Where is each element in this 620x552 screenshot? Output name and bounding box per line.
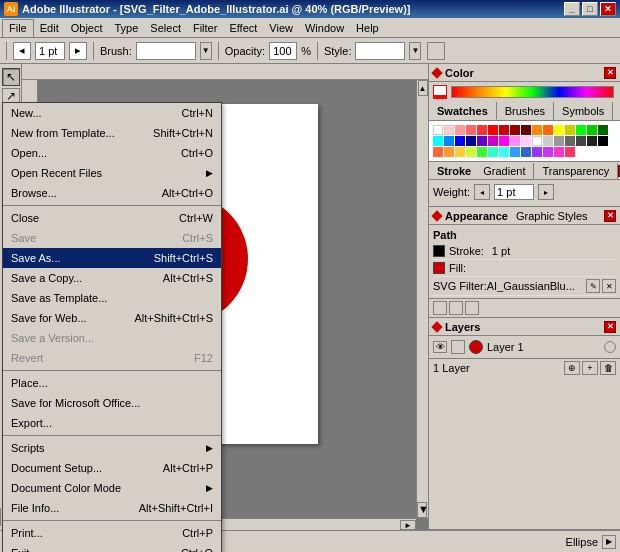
minimize-button[interactable]: _ bbox=[564, 2, 580, 16]
scroll-down-btn[interactable]: ▼ bbox=[417, 502, 427, 518]
brush-select[interactable] bbox=[136, 42, 196, 60]
swatch[interactable] bbox=[466, 125, 476, 135]
menu-item-edit[interactable]: Edit bbox=[34, 19, 65, 37]
layer-name[interactable]: Layer 1 bbox=[487, 341, 600, 353]
swatch[interactable] bbox=[433, 147, 443, 157]
tab-swatches[interactable]: Swatches bbox=[429, 102, 497, 120]
scrollbar-vertical[interactable]: ▲ ▼ bbox=[416, 80, 428, 518]
swatch[interactable] bbox=[543, 125, 553, 135]
swatch[interactable] bbox=[521, 125, 531, 135]
layers-add[interactable]: + bbox=[582, 361, 598, 375]
swatch[interactable] bbox=[499, 147, 509, 157]
color-btn[interactable]: ■ bbox=[0, 508, 1, 526]
swatch[interactable] bbox=[444, 136, 454, 146]
appearance-panel-header[interactable]: Appearance Graphic Styles ✕ bbox=[429, 207, 620, 225]
swatch[interactable] bbox=[554, 125, 564, 135]
scroll-right-btn[interactable]: ► bbox=[400, 520, 416, 530]
menu-item-select[interactable]: Select bbox=[144, 19, 187, 37]
menu-open-recent[interactable]: Open Recent Files ▶ bbox=[3, 163, 221, 183]
tab-symbols[interactable]: Symbols bbox=[554, 102, 613, 120]
status-arrow[interactable]: ▶ bbox=[602, 535, 616, 549]
fill-indicator[interactable] bbox=[433, 85, 447, 99]
swatch[interactable] bbox=[444, 147, 454, 157]
swatch[interactable] bbox=[466, 136, 476, 146]
menu-close[interactable]: Close Ctrl+W bbox=[3, 208, 221, 228]
swatch[interactable] bbox=[477, 136, 487, 146]
filter-delete-btn[interactable]: ✕ bbox=[602, 279, 616, 293]
menu-scripts[interactable]: Scripts ▶ bbox=[3, 438, 221, 458]
scroll-up-btn[interactable]: ▲ bbox=[418, 80, 428, 96]
swatch[interactable] bbox=[532, 136, 542, 146]
menu-item-object[interactable]: Object bbox=[65, 19, 109, 37]
swatch[interactable] bbox=[521, 136, 531, 146]
menu-item-help[interactable]: Help bbox=[350, 19, 385, 37]
menu-item-effect[interactable]: Effect bbox=[223, 19, 263, 37]
color-panel-header[interactable]: Color ✕ bbox=[429, 64, 620, 82]
swatch[interactable] bbox=[554, 136, 564, 146]
layers-make-clip[interactable]: ⊕ bbox=[564, 361, 580, 375]
menu-item-window[interactable]: Window bbox=[299, 19, 350, 37]
swatch[interactable] bbox=[477, 147, 487, 157]
layer-options[interactable] bbox=[604, 341, 616, 353]
style-options[interactable] bbox=[427, 42, 445, 60]
menu-save-as[interactable]: Save As... Shift+Ctrl+S bbox=[3, 248, 221, 268]
swatch[interactable] bbox=[598, 125, 608, 135]
menu-file-info[interactable]: File Info... Alt+Shift+Ctrl+I bbox=[3, 498, 221, 518]
swatch[interactable] bbox=[554, 147, 564, 157]
layers-panel-close[interactable]: ✕ bbox=[604, 321, 616, 333]
menu-revert[interactable]: Revert F12 bbox=[3, 348, 221, 368]
swatch[interactable] bbox=[466, 147, 476, 157]
swatch[interactable] bbox=[455, 125, 465, 135]
swatch[interactable] bbox=[499, 136, 509, 146]
stroke-weight-input[interactable] bbox=[35, 42, 65, 60]
menu-save-web[interactable]: Save for Web... Alt+Shift+Ctrl+S bbox=[3, 308, 221, 328]
menu-open[interactable]: Open... Ctrl+O bbox=[3, 143, 221, 163]
swatch[interactable] bbox=[477, 125, 487, 135]
tab-gradient[interactable]: Gradient bbox=[475, 163, 534, 179]
brush-dropdown[interactable]: ▼ bbox=[200, 42, 212, 60]
menu-item-filter[interactable]: Filter bbox=[187, 19, 223, 37]
tab-graphic-styles[interactable]: Graphic Styles bbox=[516, 210, 588, 222]
swatch[interactable] bbox=[576, 125, 586, 135]
color-gradient-bar[interactable] bbox=[451, 86, 614, 98]
weight-decrease[interactable]: ◂ bbox=[474, 184, 490, 200]
menu-export[interactable]: Export... bbox=[3, 413, 221, 433]
maximize-button[interactable]: □ bbox=[582, 2, 598, 16]
tool-selection[interactable]: ↖ bbox=[2, 68, 20, 86]
swatch[interactable] bbox=[433, 136, 443, 146]
swatch[interactable] bbox=[587, 136, 597, 146]
filter-edit-btn[interactable]: ✎ bbox=[586, 279, 600, 293]
swatch[interactable] bbox=[510, 147, 520, 157]
menu-item-file[interactable]: File bbox=[2, 19, 34, 37]
swatch[interactable] bbox=[543, 136, 553, 146]
swatch[interactable] bbox=[543, 147, 553, 157]
swatch[interactable] bbox=[587, 125, 597, 135]
stroke-weight-increase[interactable]: ▸ bbox=[69, 42, 87, 60]
menu-item-view[interactable]: View bbox=[263, 19, 299, 37]
tab-brushes[interactable]: Brushes bbox=[497, 102, 554, 120]
menu-exit[interactable]: Exit Ctrl+Q bbox=[3, 543, 221, 552]
menu-place[interactable]: Place... bbox=[3, 373, 221, 393]
menu-print[interactable]: Print... Ctrl+P bbox=[3, 523, 221, 543]
menu-item-type[interactable]: Type bbox=[109, 19, 145, 37]
swatch[interactable] bbox=[455, 136, 465, 146]
swatch[interactable] bbox=[598, 136, 608, 146]
color-panel-close[interactable]: ✕ bbox=[604, 67, 616, 79]
swatch[interactable] bbox=[433, 125, 443, 135]
swatch[interactable] bbox=[488, 136, 498, 146]
menu-save-ms[interactable]: Save for Microsoft Office... bbox=[3, 393, 221, 413]
weight-input[interactable] bbox=[494, 184, 534, 200]
swatch[interactable] bbox=[565, 147, 575, 157]
style-dropdown[interactable]: ▼ bbox=[409, 42, 421, 60]
swatch[interactable] bbox=[576, 136, 586, 146]
swatch[interactable] bbox=[488, 147, 498, 157]
stroke-weight-decrease[interactable]: ◂ bbox=[13, 42, 31, 60]
layers-panel-header[interactable]: Layers ✕ bbox=[429, 318, 620, 336]
menu-new[interactable]: New... Ctrl+N bbox=[3, 103, 221, 123]
swatch[interactable] bbox=[510, 136, 520, 146]
layer-lock[interactable] bbox=[451, 340, 465, 354]
stroke-panel-header[interactable]: Stroke Gradient Transparency ✕ bbox=[429, 162, 620, 180]
menu-browse[interactable]: Browse... Alt+Ctrl+O bbox=[3, 183, 221, 203]
close-button[interactable]: ✕ bbox=[600, 2, 616, 16]
menu-new-template[interactable]: New from Template... Shift+Ctrl+N bbox=[3, 123, 221, 143]
